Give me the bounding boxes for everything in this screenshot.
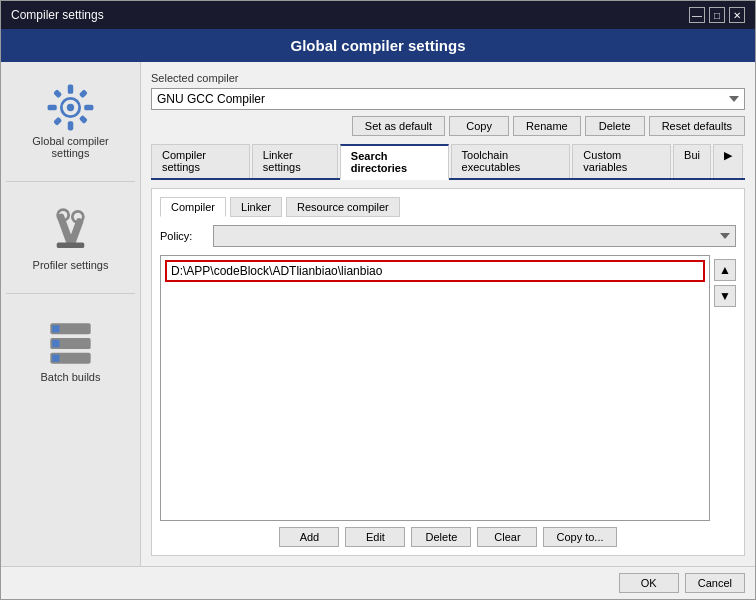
add-button[interactable]: Add	[279, 527, 339, 547]
policy-select[interactable]	[213, 225, 736, 247]
window-header-title: Global compiler settings	[290, 37, 465, 54]
tools-icon	[43, 204, 98, 259]
svg-rect-7	[79, 115, 88, 124]
svg-rect-2	[68, 85, 74, 94]
svg-point-1	[67, 104, 74, 111]
move-up-button[interactable]: ▲	[714, 259, 736, 281]
svg-rect-14	[57, 243, 85, 249]
copy-to-button[interactable]: Copy to...	[543, 527, 616, 547]
policy-label: Policy:	[160, 230, 205, 242]
sidebar-item-profiler[interactable]: Profiler settings	[11, 196, 131, 279]
svg-rect-8	[53, 117, 62, 126]
tab-search-directories[interactable]: Search directories	[340, 144, 449, 180]
svg-rect-18	[52, 325, 59, 332]
tab-linker-settings[interactable]: Linker settings	[252, 144, 338, 178]
sidebar-separator-1	[6, 181, 135, 182]
window-footer: OK Cancel	[1, 566, 755, 599]
cancel-button[interactable]: Cancel	[685, 573, 745, 593]
selected-compiler-label: Selected compiler	[151, 72, 745, 84]
sidebar-item-global-compiler-label: Global compilersettings	[32, 135, 108, 159]
close-button[interactable]: ✕	[729, 7, 745, 23]
compiler-buttons-row: Set as default Copy Rename Delete Reset …	[151, 116, 745, 136]
set-as-default-button[interactable]: Set as default	[352, 116, 445, 136]
subtab-compiler[interactable]: Compiler	[160, 197, 226, 217]
title-bar-controls: — □ ✕	[689, 7, 745, 23]
clear-button[interactable]: Clear	[477, 527, 537, 547]
delete-dir-button[interactable]: Delete	[411, 527, 471, 547]
svg-rect-9	[79, 89, 88, 98]
subtab-resource-compiler[interactable]: Resource compiler	[286, 197, 400, 217]
sidebar-separator-2	[6, 293, 135, 294]
svg-rect-3	[68, 121, 74, 130]
tab-custom-variables[interactable]: Custom variables	[572, 144, 671, 178]
gear-icon	[43, 80, 98, 135]
window-header: Global compiler settings	[1, 29, 755, 62]
compiler-select[interactable]: GNU GCC Compiler	[151, 88, 745, 110]
sidebar-item-profiler-label: Profiler settings	[33, 259, 109, 271]
tab-build[interactable]: Bui	[673, 144, 711, 178]
subtabs-bar: Compiler Linker Resource compiler	[160, 197, 736, 217]
main-content: Selected compiler GNU GCC Compiler Set a…	[141, 62, 755, 566]
batch-icon	[43, 316, 98, 371]
compiler-select-row: GNU GCC Compiler	[151, 88, 745, 110]
tab-more[interactable]: ▶	[713, 144, 743, 178]
svg-rect-5	[84, 105, 93, 111]
tab-content-search-directories: Compiler Linker Resource compiler Policy…	[151, 188, 745, 556]
dir-list-area: D:\APP\codeBlock\ADTlianbiao\lianbiao ▲ …	[160, 255, 736, 521]
rename-button[interactable]: Rename	[513, 116, 581, 136]
title-bar: Compiler settings — □ ✕	[1, 1, 755, 29]
maximize-button[interactable]: □	[709, 7, 725, 23]
policy-row: Policy:	[160, 225, 736, 247]
reset-defaults-button[interactable]: Reset defaults	[649, 116, 745, 136]
minimize-button[interactable]: —	[689, 7, 705, 23]
main-tabs-bar: Compiler settings Linker settings Search…	[151, 144, 745, 180]
subtab-linker[interactable]: Linker	[230, 197, 282, 217]
move-down-button[interactable]: ▼	[714, 285, 736, 307]
delete-button[interactable]: Delete	[585, 116, 645, 136]
window-title: Compiler settings	[11, 8, 104, 22]
sidebar: Global compilersettings Profiler setting…	[1, 62, 141, 566]
svg-rect-20	[52, 355, 59, 362]
svg-rect-4	[48, 105, 57, 111]
dir-arrows: ▲ ▼	[714, 255, 736, 521]
tab-compiler-settings[interactable]: Compiler settings	[151, 144, 250, 178]
svg-rect-19	[52, 340, 59, 347]
main-window: Compiler settings — □ ✕ Global compiler …	[0, 0, 756, 600]
tab-toolchain-executables[interactable]: Toolchain executables	[451, 144, 571, 178]
window-body: Global compilersettings Profiler setting…	[1, 62, 755, 566]
sidebar-item-batch-label: Batch builds	[41, 371, 101, 383]
sidebar-item-global-compiler[interactable]: Global compilersettings	[11, 72, 131, 167]
bottom-buttons-row: Add Edit Delete Clear Copy to...	[160, 527, 736, 547]
ok-button[interactable]: OK	[619, 573, 679, 593]
copy-button[interactable]: Copy	[449, 116, 509, 136]
directory-list[interactable]: D:\APP\codeBlock\ADTlianbiao\lianbiao	[160, 255, 710, 521]
sidebar-item-batch[interactable]: Batch builds	[11, 308, 131, 391]
svg-rect-6	[53, 89, 62, 98]
list-item[interactable]: D:\APP\codeBlock\ADTlianbiao\lianbiao	[165, 260, 705, 282]
edit-button[interactable]: Edit	[345, 527, 405, 547]
